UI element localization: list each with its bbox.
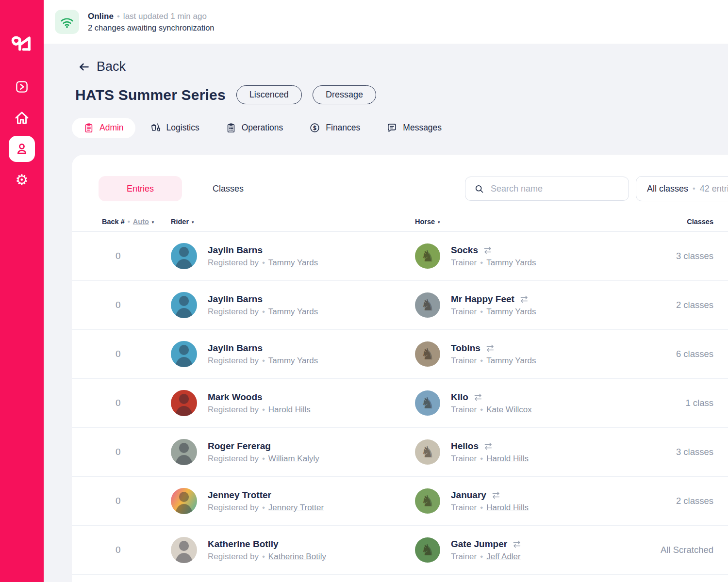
registered-by-label: Registered by xyxy=(208,405,259,415)
trainer-link[interactable]: Harold Hills xyxy=(486,503,529,513)
entries-toggle[interactable]: Entries xyxy=(99,176,182,201)
swap-horizontal-icon[interactable] xyxy=(483,441,493,451)
trainer-link[interactable]: Tammy Yards xyxy=(486,258,536,268)
rider-avatar xyxy=(171,488,197,514)
registered-by-link[interactable]: Harold Hills xyxy=(268,405,311,415)
rider-cell: Jaylin Barns Registered by • Tammy Yards xyxy=(171,292,415,318)
discipline-badge: Dressage xyxy=(313,85,376,104)
registered-by-link[interactable]: Katherine Botily xyxy=(268,552,326,562)
horse-cell: ♞ Helios Trainer • Harold Hills xyxy=(415,439,643,465)
section-tabs: Admin Logistics Operations $ xyxy=(72,117,453,138)
back-number-value: 0 xyxy=(102,349,171,359)
registered-by-link[interactable]: William Kalyly xyxy=(268,454,319,464)
trainer-label: Trainer xyxy=(451,454,477,464)
swap-horizontal-icon[interactable] xyxy=(483,245,493,255)
entry-row[interactable]: 0 Jaylin Barns Registered by • Tammy Yar… xyxy=(72,232,728,281)
back-button[interactable]: Back xyxy=(78,59,126,74)
back-number-mode-link[interactable]: Auto xyxy=(133,218,149,226)
horse-name: Tobins xyxy=(451,343,480,354)
registered-by-link[interactable]: Tammy Yards xyxy=(268,307,318,317)
rider-cell: Jenney Trotter Registered by • Jennery T… xyxy=(171,488,415,514)
swap-horizontal-icon[interactable] xyxy=(473,392,483,402)
horse-name: Helios xyxy=(451,441,479,452)
swap-horizontal-icon[interactable] xyxy=(512,539,522,549)
horse-glyph-icon: ♞ xyxy=(421,346,435,362)
back-number-value: 0 xyxy=(102,496,171,506)
tab-logistics[interactable]: Logistics xyxy=(138,117,211,138)
trainer-link[interactable]: Tammy Yards xyxy=(486,307,536,317)
chevron-down-icon[interactable]: ▾ xyxy=(152,220,154,225)
registered-by-link[interactable]: Tammy Yards xyxy=(268,356,318,366)
horse-avatar: ♞ xyxy=(415,341,440,367)
back-number-label: Back # xyxy=(102,218,125,226)
entry-row[interactable]: 0 Jaylin Barns Registered by • Tammy Yar… xyxy=(72,281,728,330)
trainer-link[interactable]: Tammy Yards xyxy=(486,356,536,366)
entry-row[interactable]: 0 Roger Fererag Registered by • William … xyxy=(72,428,728,477)
horse-avatar: ♞ xyxy=(415,537,440,563)
title-row: HATS Summer Series Liscenced Dressage xyxy=(75,85,376,104)
swap-horizontal-icon[interactable] xyxy=(519,294,529,304)
horse-glyph-icon: ♞ xyxy=(421,493,435,509)
dollar-circle-icon: $ xyxy=(309,122,320,133)
column-rider[interactable]: Rider ▾ xyxy=(171,218,415,226)
horse-glyph-icon: ♞ xyxy=(421,444,435,460)
trainer-link[interactable]: Jeff Adler xyxy=(486,552,521,562)
sidebar-item-home[interactable] xyxy=(9,105,35,131)
page-title: HATS Summer Series xyxy=(75,87,226,103)
trainer-link[interactable]: Harold Hills xyxy=(486,454,529,464)
dot-separator: • xyxy=(262,503,265,513)
search-box[interactable] xyxy=(465,177,629,201)
rider-cell: Roger Fererag Registered by • William Ka… xyxy=(171,439,415,465)
chevron-square-icon xyxy=(15,80,29,94)
status-topbar: Online • last updated 1 min ago 2 change… xyxy=(44,0,728,44)
dot-separator: • xyxy=(262,356,265,366)
registered-by-link[interactable]: Jennery Trotter xyxy=(268,503,324,513)
sidebar-item-settings[interactable]: ⚙ xyxy=(9,167,35,193)
entry-row[interactable]: 0 Jaylin Barns Registered by • Tammy Yar… xyxy=(72,330,728,379)
entry-row[interactable]: 0 Jenney Trotter Registered by • Jennery… xyxy=(72,477,728,526)
tab-finances[interactable]: $ Finances xyxy=(298,117,372,138)
arrow-left-icon xyxy=(78,61,90,73)
dot-separator: • xyxy=(262,307,265,317)
column-horse[interactable]: Horse ▾ xyxy=(415,218,643,226)
classes-toggle[interactable]: Classes xyxy=(206,184,250,194)
rider-avatar xyxy=(171,243,197,269)
dot-separator: • xyxy=(262,552,265,562)
trainer-link[interactable]: Kate Willcox xyxy=(486,405,532,415)
class-filter-dropdown[interactable]: All classes • 42 entries xyxy=(636,176,728,201)
entry-row[interactable]: 0 Katherine Botliy Registered by • Kathe… xyxy=(72,526,728,575)
wifi-icon xyxy=(59,14,75,30)
back-label: Back xyxy=(97,59,126,74)
last-updated: last updated 1 min ago xyxy=(123,12,207,21)
classes-count: 3 classes xyxy=(643,447,728,457)
horse-avatar: ♞ xyxy=(415,488,440,514)
sidebar-item-launch[interactable] xyxy=(9,74,35,100)
rider-name: Jaylin Barns xyxy=(208,245,318,256)
rider-label: Rider xyxy=(171,218,189,226)
rider-cell: Katherine Botliy Registered by • Katheri… xyxy=(171,537,415,563)
trainer-label: Trainer xyxy=(451,356,477,366)
registered-by-link[interactable]: Tammy Yards xyxy=(268,258,318,268)
dot-separator: • xyxy=(480,405,483,415)
dot-separator: • xyxy=(128,218,130,226)
back-number-value: 0 xyxy=(102,251,171,261)
tab-messages[interactable]: Messages xyxy=(375,117,453,138)
entries-table-body: 0 Jaylin Barns Registered by • Tammy Yar… xyxy=(72,232,728,575)
classes-count: 1 class xyxy=(643,398,728,408)
swap-horizontal-icon[interactable] xyxy=(491,490,501,500)
back-number-value: 0 xyxy=(102,447,171,457)
rider-avatar xyxy=(171,341,197,367)
search-input[interactable] xyxy=(491,184,620,194)
registered-by-label: Registered by xyxy=(208,552,259,562)
rider-cell: Mark Woods Registered by • Harold Hills xyxy=(171,390,415,416)
classes-label: Classes xyxy=(687,218,713,226)
entry-row[interactable]: 0 Mark Woods Registered by • Harold Hill… xyxy=(72,379,728,428)
license-badge: Liscenced xyxy=(236,85,302,104)
rider-avatar xyxy=(171,537,197,563)
swap-horizontal-icon[interactable] xyxy=(485,343,495,353)
tab-operations[interactable]: Operations xyxy=(214,118,295,138)
horse-label: Horse xyxy=(415,218,435,226)
tab-admin[interactable]: Admin xyxy=(72,118,135,138)
dot-separator: • xyxy=(693,184,695,193)
sidebar-item-people[interactable] xyxy=(9,136,35,162)
